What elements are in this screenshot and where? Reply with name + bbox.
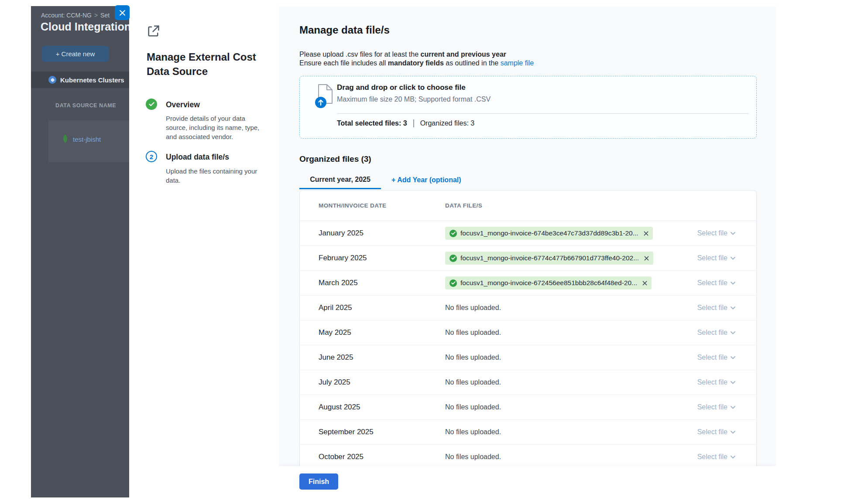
panel-title: Manage data file/s xyxy=(299,24,390,36)
wizard-title: Manage External Cost Data Source xyxy=(147,50,259,78)
finish-button[interactable]: Finish xyxy=(299,473,338,490)
select-file-dropdown[interactable]: Select file xyxy=(697,354,735,361)
chevron-down-icon xyxy=(731,406,735,409)
chevron-down-icon xyxy=(731,456,735,459)
select-file-dropdown[interactable]: Select file xyxy=(697,403,735,411)
select-file-dropdown[interactable]: Select file xyxy=(697,229,735,237)
page-title: Cloud Integration xyxy=(41,20,129,33)
data-source-row[interactable]: test-jbisht xyxy=(62,134,101,144)
file-chip: focusv1_mongo-invoice-672456ee851bbb28c6… xyxy=(445,276,652,289)
chevron-down-icon xyxy=(731,356,735,359)
remove-file-icon[interactable] xyxy=(644,256,649,261)
table-row: May 2025 No files uploaded. Select file xyxy=(300,320,756,345)
table-row: June 2025 No files uploaded. Select file xyxy=(300,345,756,370)
year-tabs: Current year, 2025 + Add Year (optional) xyxy=(299,171,461,189)
drawer-footer: Finish xyxy=(279,466,776,497)
select-file-dropdown[interactable]: Select file xyxy=(697,279,735,287)
no-files-label: No files uploaded. xyxy=(445,428,501,436)
month-label: February 2025 xyxy=(319,254,445,262)
column-header-data-source-name: DATA SOURCE NAME xyxy=(55,102,116,109)
table-header-row: MONTH/INVOICE DATE DATA FILE/S xyxy=(300,191,756,221)
chevron-down-icon xyxy=(731,257,735,260)
tab-kubernetes-clusters[interactable]: Kubernetes Clusters xyxy=(31,72,129,88)
sample-file-link[interactable]: sample file xyxy=(501,59,534,67)
table-row: July 2025 No files uploaded. Select file xyxy=(300,370,756,395)
step-upload-description: Upload the files containing your data. xyxy=(166,167,261,185)
month-label: June 2025 xyxy=(319,353,445,362)
external-link-icon xyxy=(146,24,161,38)
table-row: January 2025 focusv1_mongo-invoice-674be… xyxy=(300,221,756,246)
organized-files-count: Organized files: 3 xyxy=(420,119,475,127)
step1-complete-icon xyxy=(146,99,157,110)
month-label: March 2025 xyxy=(319,279,445,287)
table-row: September 2025 No files uploaded. Select… xyxy=(300,420,756,445)
tab-current-year[interactable]: Current year, 2025 xyxy=(299,171,381,189)
file-name: focusv1_mongo-invoice-672456ee851bbb28c6… xyxy=(460,279,637,287)
remove-file-icon[interactable] xyxy=(642,281,647,286)
check-circle-icon xyxy=(449,255,457,262)
wizard-stepper-panel: Manage External Cost Data Source Overvie… xyxy=(129,6,279,497)
no-files-label: No files uploaded. xyxy=(445,378,501,386)
file-chip: focusv1_mongo-invoice-6774c477b667901d77… xyxy=(445,252,653,265)
file-chip: focusv1_mongo-invoice-674be3ce47c73d37dd… xyxy=(445,227,653,240)
data-source-name-link[interactable]: test-jbisht xyxy=(73,136,101,143)
month-label: August 2025 xyxy=(319,403,445,412)
select-file-dropdown[interactable]: Select file xyxy=(697,254,735,262)
select-file-dropdown[interactable]: Select file xyxy=(697,329,735,337)
table-row: August 2025 No files uploaded. Select fi… xyxy=(300,395,756,420)
no-files-label: No files uploaded. xyxy=(445,354,501,361)
chevron-down-icon xyxy=(731,306,735,310)
breadcrumb-separator: > xyxy=(94,12,98,19)
file-name: focusv1_mongo-invoice-674be3ce47c73d37dd… xyxy=(460,229,638,237)
manage-data-files-panel: Manage data file/s Please upload .csv fi… xyxy=(279,6,776,497)
chevron-down-icon xyxy=(731,232,735,235)
breadcrumb-account-link[interactable]: Account: CCM-NG xyxy=(41,12,92,19)
dropzone-divider xyxy=(337,113,749,114)
month-label: October 2025 xyxy=(319,453,445,461)
dropzone-subtitle: Maximum file size 20 MB; Supported forma… xyxy=(337,95,491,103)
monthly-files-table: MONTH/INVOICE DATE DATA FILE/S January 2… xyxy=(299,190,757,470)
select-file-dropdown[interactable]: Select file xyxy=(697,378,735,386)
step-overview[interactable]: Overview xyxy=(166,100,200,109)
add-year-button[interactable]: + Add Year (optional) xyxy=(391,176,461,184)
table-row: February 2025 focusv1_mongo-invoice-6774… xyxy=(300,246,756,271)
remove-file-icon[interactable] xyxy=(644,231,648,236)
check-circle-icon xyxy=(449,230,457,237)
total-selected-files: Total selected files: 3 xyxy=(337,119,407,127)
breadcrumb: Account: CCM-NG>Set xyxy=(41,12,110,19)
column-header-month: MONTH/INVOICE DATE xyxy=(319,202,445,209)
step2-number-badge: 2 xyxy=(146,151,157,162)
chevron-down-icon xyxy=(731,381,735,384)
step-overview-description: Provide details of your data source, inc… xyxy=(166,114,261,141)
no-files-label: No files uploaded. xyxy=(445,403,501,411)
month-label: July 2025 xyxy=(319,378,445,387)
no-files-label: No files uploaded. xyxy=(445,304,501,311)
dropzone-title: Drag and drop or click to choose file xyxy=(337,83,466,92)
table-row: March 2025 focusv1_mongo-invoice-672456e… xyxy=(300,271,756,296)
chevron-down-icon xyxy=(731,331,735,334)
no-files-label: No files uploaded. xyxy=(445,453,501,460)
vertical-divider xyxy=(413,119,414,127)
step-upload-data-files[interactable]: Upload data file/s xyxy=(166,153,229,162)
screen: Account: CCM-NG>Set Cloud Integration + … xyxy=(0,0,844,504)
file-dropzone[interactable]: Drag and drop or click to choose file Ma… xyxy=(299,76,757,139)
chevron-down-icon xyxy=(731,282,735,285)
upload-file-icon xyxy=(313,83,339,109)
instruction-line2: Ensure each file includes all xyxy=(299,59,388,67)
kubernetes-icon xyxy=(48,76,56,84)
select-file-dropdown[interactable]: Select file xyxy=(697,428,735,436)
select-file-dropdown[interactable]: Select file xyxy=(697,453,735,461)
dropzone-file-counts: Total selected files: 3 Organized files:… xyxy=(337,119,474,127)
close-drawer-button[interactable] xyxy=(115,5,130,20)
chevron-down-icon xyxy=(731,431,735,434)
upload-instructions: Please upload .csv files for at least th… xyxy=(299,50,534,68)
breadcrumb-setup-link[interactable]: Set xyxy=(100,12,110,19)
close-icon xyxy=(119,10,126,16)
select-file-dropdown[interactable]: Select file xyxy=(697,304,735,312)
check-circle-icon xyxy=(449,279,457,287)
month-label: May 2025 xyxy=(319,328,445,337)
organized-files-heading: Organized files (3) xyxy=(299,154,371,164)
create-new-button[interactable]: + Create new xyxy=(42,46,109,62)
file-name: focusv1_mongo-invoice-6774c477b667901d77… xyxy=(460,254,639,262)
mongodb-leaf-icon xyxy=(62,134,68,144)
